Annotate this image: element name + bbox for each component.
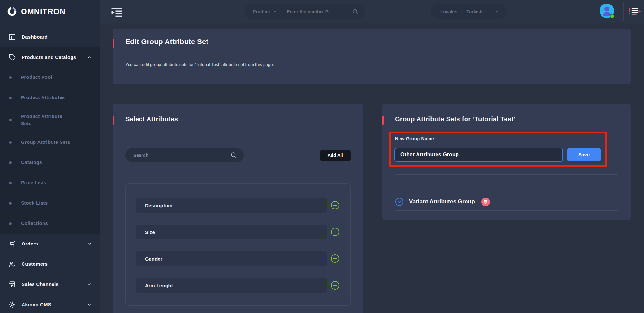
store-icon [8, 281, 16, 288]
search-icon[interactable] [230, 152, 237, 159]
group-attribute-sets-title: Group Attribute Sets for ’Tutorial Test’ [395, 115, 515, 123]
search-input[interactable] [287, 9, 341, 14]
sidebar-item-group-attribute-sets[interactable]: Group Attribute Sets [0, 132, 100, 152]
delete-group-button[interactable] [481, 198, 490, 206]
bullet-icon [9, 141, 12, 144]
accent-bar [113, 116, 114, 125]
cart-icon [8, 240, 16, 248]
bullet-icon [9, 119, 12, 121]
bullet-icon [9, 202, 12, 205]
sidebar-item-collections[interactable]: Collections [0, 213, 100, 234]
locales-dropdown[interactable]: Locales Turkish [431, 4, 507, 19]
collapse-sidebar-icon[interactable] [110, 7, 124, 16]
new-group-name-input[interactable] [394, 148, 563, 162]
sidebar: OMNITRON Dashboard Products and Catalogs [0, 0, 100, 313]
bullet-icon [9, 222, 12, 225]
group-attribute-sets-card: Group Attribute Sets for ’Tutorial Test’… [382, 104, 631, 220]
sidebar-item-label: Dashboard [22, 34, 48, 40]
sidebar-item-label: Products and Catalogs [22, 54, 76, 60]
add-attribute-icon[interactable] [331, 227, 340, 236]
chevron-up-icon [87, 55, 92, 60]
brand-logo[interactable]: OMNITRON [0, 0, 100, 23]
chevron-down-icon[interactable] [273, 9, 277, 14]
attribute-row-arm-lenght[interactable]: Arm Lenght [136, 278, 327, 293]
divider [282, 8, 282, 15]
divider [519, 2, 519, 21]
sidebar-item-sales-channels[interactable]: Sales Channels [0, 274, 100, 294]
main-content: Edit Group Attribute Set You can edit gr… [100, 23, 644, 313]
expand-group-icon[interactable] [395, 198, 404, 206]
bullet-icon [9, 76, 12, 79]
online-status-dot [610, 14, 615, 19]
divider [395, 210, 618, 211]
attribute-row-description[interactable]: Description [136, 198, 327, 213]
group-row-variant-attributes: Variant Attributes Group [395, 197, 490, 206]
activity-log-icon[interactable] [629, 7, 641, 16]
sidebar-item-product-attribute-sets[interactable]: Product Attribute Sets [0, 108, 100, 132]
add-attribute-icon[interactable] [331, 254, 340, 263]
sidebar-item-price-lists[interactable]: Price Lists [0, 173, 100, 193]
add-attribute-icon[interactable] [331, 201, 340, 210]
search-icon[interactable] [352, 8, 359, 15]
chevron-down-icon [87, 282, 92, 287]
sidebar-item-catalogs[interactable]: Catalogs [0, 152, 100, 173]
search-scope-dropdown[interactable]: Product [253, 9, 270, 14]
bullet-icon [9, 97, 12, 99]
page-title: Edit Group Attribute Set [125, 38, 208, 46]
tag-icon [8, 53, 16, 61]
attribute-list: Description Size Gender Arm Lenght [125, 183, 351, 306]
sidebar-item-product-attributes[interactable]: Product Attributes [0, 87, 100, 108]
select-attributes-card: Select Attributes Add All Description Si… [113, 104, 363, 313]
gear-icon [8, 301, 16, 308]
topbar: Product Locales Turkish [100, 0, 644, 23]
page-description: You can edit group attribute sets for ’T… [125, 62, 274, 67]
divider [623, 2, 624, 21]
omnitron-logo-icon [7, 6, 17, 16]
sidebar-item-dashboard[interactable]: Dashboard [0, 27, 100, 47]
locales-label: Locales [440, 9, 457, 14]
page-header-card: Edit Group Attribute Set You can edit gr… [113, 29, 631, 84]
accent-bar [382, 116, 384, 125]
accent-bar [113, 39, 114, 48]
brand-name: OMNITRON [21, 7, 66, 16]
divider [395, 174, 618, 175]
new-group-name-label: New Group Name [395, 136, 434, 141]
customers-icon [8, 260, 16, 268]
sidebar-item-akinon-oms[interactable]: Akinon OMS [0, 294, 100, 313]
attribute-row-gender[interactable]: Gender [136, 251, 327, 266]
global-search: Product [245, 4, 365, 19]
attribute-search-input[interactable] [133, 153, 220, 158]
select-attributes-title: Select Attributes [125, 115, 178, 123]
sidebar-item-products-and-catalogs[interactable]: Products and Catalogs [0, 47, 100, 67]
locale-value: Turkish [466, 9, 483, 14]
attribute-search [125, 148, 244, 162]
sidebar-item-product-pool[interactable]: Product Pool [0, 67, 100, 87]
dashboard-icon [8, 33, 16, 41]
add-attribute-icon[interactable] [331, 281, 340, 290]
user-avatar[interactable] [600, 4, 614, 18]
divider [422, 2, 422, 21]
chevron-down-icon [495, 9, 500, 14]
sidebar-item-customers[interactable]: Customers [0, 254, 100, 274]
bullet-icon [9, 182, 12, 184]
bullet-icon [9, 161, 12, 164]
sidebar-item-orders[interactable]: Orders [0, 234, 100, 254]
sidebar-group-products-catalogs: Products and Catalogs Product Pool Produ… [0, 47, 100, 234]
add-all-button[interactable]: Add All [320, 150, 351, 161]
save-button[interactable]: Save [567, 148, 601, 161]
chevron-down-icon [87, 302, 92, 307]
sidebar-item-stock-lists[interactable]: Stock Lists [0, 193, 100, 213]
divider [462, 8, 462, 15]
chevron-down-icon [87, 241, 92, 246]
attribute-row-size[interactable]: Size [136, 225, 327, 239]
group-name: Variant Attributes Group [409, 198, 475, 205]
